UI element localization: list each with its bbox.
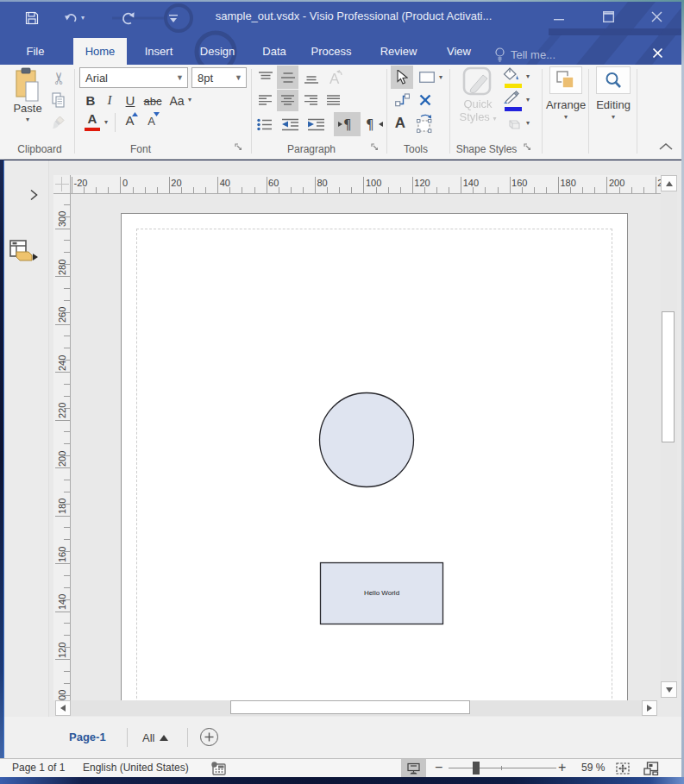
close-button[interactable] [637, 0, 676, 33]
bullets-button[interactable] [254, 114, 275, 135]
vertical-scrollbar-thumb[interactable] [662, 311, 675, 442]
cut-button[interactable]: ✂ [50, 70, 67, 87]
align-center-button[interactable] [277, 90, 298, 111]
rectangle-tool-button[interactable] [417, 67, 437, 86]
shape-styles-dialog-launcher[interactable] [524, 143, 532, 152]
zoom-in-button[interactable]: + [558, 759, 566, 777]
bold-button[interactable]: B [83, 91, 98, 108]
scroll-up-button[interactable] [661, 175, 677, 191]
h-ruler-label: 100 [366, 178, 381, 188]
font-color-button[interactable]: A [84, 113, 101, 132]
underline-button[interactable]: U [122, 91, 139, 108]
connector-tool-button[interactable] [392, 91, 411, 109]
align-left-button[interactable] [255, 91, 275, 110]
save-button[interactable] [22, 9, 41, 28]
effects-button[interactable] [503, 115, 524, 134]
align-middle-button[interactable] [277, 66, 298, 89]
align-bottom-button[interactable] [301, 67, 321, 88]
copy-button[interactable] [50, 91, 67, 109]
presentation-mode-button[interactable] [401, 759, 426, 777]
tab-design[interactable]: Design [190, 38, 245, 65]
language-indicator[interactable]: English (United States) [83, 759, 189, 777]
paragraph-dialog-launcher[interactable] [371, 143, 380, 152]
font-name-dropdown-icon[interactable]: ▼ [173, 73, 187, 82]
insert-page-button[interactable] [200, 728, 218, 746]
decrease-indent-button[interactable] [279, 114, 302, 135]
strikethrough-button[interactable]: abc [141, 91, 164, 108]
rotate-tool-button[interactable] [412, 112, 436, 135]
format-painter-button[interactable] [50, 114, 67, 131]
collapse-ribbon-button[interactable] [658, 142, 674, 151]
undo-dropdown-arrow[interactable]: ▾ [81, 15, 85, 22]
undo-button[interactable]: ▾ [62, 9, 86, 28]
drawing-workspace: -20020406080100120140160180200220 300280… [4, 160, 681, 717]
grow-font-button[interactable]: A [121, 113, 139, 132]
line-button[interactable] [503, 91, 524, 111]
v-ruler-tick [64, 300, 71, 301]
italic-button[interactable]: I [103, 91, 116, 108]
change-case-dropdown-arrow[interactable]: ▾ [188, 97, 191, 103]
expand-shapes-panel-button[interactable] [28, 189, 39, 201]
h-ruler-tick [631, 187, 632, 193]
font-color-dropdown-arrow[interactable]: ▾ [104, 119, 108, 126]
align-right-button[interactable] [301, 91, 321, 110]
scroll-left-button[interactable] [55, 700, 71, 716]
maximize-button[interactable] [589, 0, 628, 33]
zoom-level[interactable]: 59 % [581, 759, 605, 777]
fill-dropdown-arrow[interactable]: ▾ [526, 73, 530, 80]
rectangle-tool-dropdown-arrow[interactable]: ▾ [439, 74, 442, 81]
font-name-combobox[interactable]: Arial ▼ [79, 67, 188, 88]
increase-indent-button[interactable] [304, 114, 328, 135]
minimize-button[interactable] [539, 0, 578, 33]
tab-review[interactable]: Review [370, 38, 427, 65]
ltr-direction-button[interactable]: ¶ [334, 112, 361, 136]
zoom-out-button[interactable]: − [435, 759, 442, 777]
arrange-button[interactable]: Arrange ▾ [546, 66, 586, 139]
page-indicator[interactable]: Page 1 of 1 [12, 759, 65, 777]
language-input-button[interactable] [211, 762, 226, 778]
effects-dropdown-arrow[interactable]: ▾ [526, 120, 530, 127]
justify-button[interactable] [323, 91, 343, 110]
circle-shape[interactable] [320, 393, 414, 487]
page-tab-page1[interactable]: Page-1 [69, 729, 106, 746]
all-pages-up-icon [160, 735, 168, 741]
quick-styles-button[interactable]: Quick Styles ▾ [455, 66, 500, 139]
connection-point-tool-button[interactable] [417, 92, 434, 108]
text-tool-button[interactable]: A [393, 114, 407, 132]
tab-process[interactable]: Process [300, 38, 362, 65]
zoom-slider-track[interactable] [449, 768, 556, 768]
fill-button[interactable] [503, 67, 524, 88]
change-case-button[interactable]: Aa [166, 91, 187, 108]
canvas-viewport[interactable]: Hello World [71, 194, 661, 700]
line-dropdown-arrow[interactable]: ▾ [526, 97, 530, 103]
tab-data[interactable]: Data [252, 38, 297, 65]
redo-button[interactable] [117, 9, 138, 28]
tab-home[interactable]: Home [73, 38, 127, 65]
vertical-scrollbar[interactable] [661, 175, 677, 698]
scroll-down-button[interactable] [661, 681, 677, 698]
horizontal-scrollbar-thumb[interactable] [230, 700, 470, 714]
close-document-button[interactable] [645, 43, 669, 62]
font-size-combobox[interactable]: 8pt ▼ [191, 67, 247, 88]
tab-insert[interactable]: Insert [134, 38, 184, 65]
align-top-button[interactable] [255, 67, 275, 88]
horizontal-scrollbar[interactable] [55, 700, 657, 716]
rtl-direction-button[interactable]: ¶ [363, 114, 385, 135]
font-dialog-launcher[interactable] [235, 143, 243, 152]
pointer-tool-button[interactable] [391, 66, 413, 89]
tab-view[interactable]: View [436, 38, 481, 65]
fit-page-button[interactable] [616, 762, 630, 777]
horizontal-ruler[interactable]: -20020406080100120140160180200220 [71, 175, 661, 194]
editing-button[interactable]: Editing ▾ [593, 66, 634, 139]
scroll-right-button[interactable] [642, 700, 657, 716]
tab-file[interactable]: File [13, 38, 58, 65]
paste-button[interactable]: Paste ▾ [9, 67, 47, 138]
zoom-slider-thumb[interactable] [473, 762, 480, 775]
switch-windows-button[interactable] [643, 762, 659, 778]
font-size-dropdown-icon[interactable]: ▼ [231, 73, 246, 82]
shrink-font-button[interactable]: A [142, 115, 160, 132]
text-direction-button[interactable]: A [326, 66, 348, 88]
all-pages-button[interactable]: All [142, 729, 168, 746]
more-shapes-button[interactable] [9, 240, 39, 264]
vertical-ruler[interactable]: 300280260240220200180160140120100 [53, 194, 71, 700]
